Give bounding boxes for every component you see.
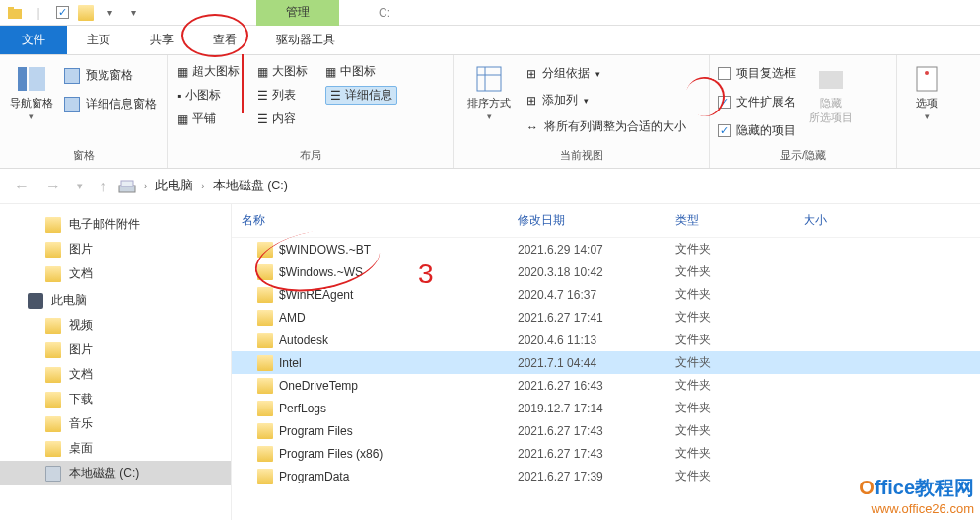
breadcrumb[interactable]: › 此电脑 › 本地磁盘 (C:)	[144, 178, 288, 194]
col-date[interactable]: 修改日期	[518, 212, 675, 229]
layout-details[interactable]: ☰详细信息	[325, 86, 397, 105]
group-by-button[interactable]: ⊞分组依据▾	[523, 63, 604, 84]
file-type: 文件夹	[675, 400, 804, 416]
options-button[interactable]: 选项 ▾	[903, 59, 950, 126]
sidebar-item[interactable]: 桌面	[0, 436, 231, 461]
table-row[interactable]: OneDriveTemp2021.6.27 16:43文件夹	[232, 374, 980, 397]
layout-xl[interactable]: ▦超大图标	[177, 63, 240, 80]
table-row[interactable]: Program Files2021.6.27 17:43文件夹	[232, 419, 980, 442]
add-columns-button[interactable]: ⊞添加列▾	[523, 90, 593, 111]
window-title: C:	[379, 6, 390, 20]
sidebar-item[interactable]: 文档	[0, 362, 231, 387]
table-row[interactable]: $WINDOWS.~BT2021.6.29 14:07文件夹	[232, 238, 980, 260]
item-checkboxes-toggle[interactable]: 项目复选框	[716, 63, 798, 84]
col-size[interactable]: 大小	[804, 212, 970, 229]
file-extensions-toggle[interactable]: 文件扩展名	[716, 92, 798, 112]
tab-drive-tools[interactable]: 驱动器工具	[256, 26, 355, 54]
contextual-tab[interactable]: 管理	[256, 0, 339, 26]
file-date: 2021.6.27 17:39	[518, 470, 675, 483]
svg-rect-4	[477, 67, 501, 91]
file-name: ProgramData	[279, 470, 349, 483]
table-row[interactable]: $Windows.~WS2020.3.18 10:42文件夹	[232, 260, 980, 283]
file-name: $WinREAgent	[279, 288, 353, 302]
table-row[interactable]: Autodesk2020.4.6 11:13文件夹	[232, 329, 980, 351]
layout-lg[interactable]: ▦大图标	[257, 63, 308, 80]
tab-view[interactable]: 查看	[193, 26, 256, 54]
sidebar-item-label: 图片	[69, 241, 93, 258]
preview-pane-button[interactable]: 预览窗格	[60, 65, 137, 86]
sidebar-item-label: 图片	[69, 341, 93, 358]
file-name: Autodesk	[279, 334, 328, 347]
table-row[interactable]: Intel2021.7.1 04:44文件夹	[232, 351, 980, 374]
sidebar-item-label: 文档	[69, 366, 93, 383]
chevron-down-icon: ▾	[29, 111, 34, 122]
sidebar-item[interactable]: 本地磁盘 (C:)	[0, 461, 231, 485]
fit-columns-button[interactable]: ↔将所有列调整为合适的大小	[523, 116, 690, 137]
qat-dropdown[interactable]: ▾	[99, 2, 120, 24]
layout-list[interactable]: ☰列表	[257, 86, 308, 105]
table-row[interactable]: $WinREAgent2020.4.7 16:37文件夹	[232, 283, 980, 306]
breadcrumb-drive[interactable]: 本地磁盘 (C:)	[213, 178, 288, 194]
col-name[interactable]: 名称	[242, 212, 518, 229]
layout-content[interactable]: ☰内容	[257, 111, 308, 127]
tab-home[interactable]: 主页	[67, 26, 130, 54]
file-list-pane: 名称 修改日期 类型 大小 $WINDOWS.~BT2021.6.29 14:0…	[232, 204, 980, 520]
column-headers[interactable]: 名称 修改日期 类型 大小	[232, 204, 980, 238]
sidebar-item[interactable]: 文档	[0, 261, 231, 286]
sidebar-item-label: 音乐	[69, 415, 93, 432]
quick-access-toolbar: | ▾ ▾	[0, 2, 148, 24]
watermark: Office教程网 www.office26.com	[859, 475, 974, 516]
qat-check-icon[interactable]	[51, 2, 73, 24]
hide-selected-button[interactable]: 隐藏 所选项目	[802, 59, 861, 128]
file-date: 2021.6.27 17:43	[518, 447, 675, 461]
sort-label: 排序方式	[467, 97, 511, 110]
table-row[interactable]: Program Files (x86)2021.6.27 17:43文件夹	[232, 442, 980, 465]
titlebar: | ▾ ▾ 管理 C:	[0, 0, 980, 26]
sort-button[interactable]: 排序方式 ▾	[459, 59, 519, 126]
qat-folder-icon[interactable]	[75, 2, 97, 24]
recent-dropdown[interactable]: ▾	[73, 180, 87, 192]
layout-tiles[interactable]: ▦平铺	[177, 111, 240, 127]
nav-tree[interactable]: 电子邮件附件图片文档此电脑视频图片文档下载音乐桌面本地磁盘 (C:)	[0, 204, 232, 520]
layout-md[interactable]: ▦中图标	[325, 63, 397, 80]
sidebar-item[interactable]: 下载	[0, 387, 231, 411]
file-date: 2020.4.7 16:37	[518, 288, 675, 302]
tab-file[interactable]: 文件	[0, 26, 67, 54]
show-hide-group-label: 显示/隐藏	[716, 145, 890, 168]
nav-pane-button[interactable]: 导航窗格 ▾	[6, 59, 56, 126]
up-button[interactable]: ↑	[95, 178, 110, 195]
pc-icon	[28, 293, 43, 309]
details-pane-label: 详细信息窗格	[86, 96, 157, 112]
qat-overflow[interactable]: ▾	[122, 2, 144, 24]
sidebar-item-label: 本地磁盘 (C:)	[69, 465, 139, 482]
sidebar-item[interactable]: 此电脑	[0, 288, 231, 313]
file-name: Program Files	[279, 424, 353, 438]
sidebar-item[interactable]: 音乐	[0, 411, 231, 436]
forward-button[interactable]: →	[41, 178, 65, 195]
sidebar-item[interactable]: 图片	[0, 237, 231, 261]
folder-icon	[45, 318, 61, 334]
file-name: $Windows.~WS	[279, 265, 363, 279]
svg-rect-2	[18, 67, 27, 91]
sidebar-item[interactable]: 视频	[0, 313, 231, 337]
file-name: Program Files (x86)	[279, 447, 383, 461]
svg-rect-8	[917, 67, 937, 91]
sidebar-item[interactable]: 电子邮件附件	[0, 212, 231, 237]
table-row[interactable]: PerfLogs2019.12.7 17:14文件夹	[232, 397, 980, 419]
file-type: 文件夹	[675, 377, 804, 394]
qat-icon[interactable]	[4, 2, 26, 24]
sidebar-item[interactable]: 图片	[0, 337, 231, 362]
sidebar-item-label: 桌面	[69, 440, 93, 457]
file-type: 文件夹	[675, 241, 804, 258]
hidden-items-toggle[interactable]: 隐藏的项目	[716, 120, 798, 141]
back-button[interactable]: ←	[10, 178, 34, 195]
svg-rect-0	[8, 9, 22, 19]
tab-share[interactable]: 共享	[130, 26, 193, 54]
layout-sm[interactable]: ▪小图标	[177, 86, 240, 105]
chevron-down-icon: ▾	[487, 111, 492, 122]
col-type[interactable]: 类型	[675, 212, 804, 229]
table-row[interactable]: AMD2021.6.27 17:41文件夹	[232, 306, 980, 329]
drive-icon	[45, 466, 61, 482]
breadcrumb-pc[interactable]: 此电脑	[155, 178, 193, 194]
details-pane-button[interactable]: 详细信息窗格	[60, 94, 161, 114]
